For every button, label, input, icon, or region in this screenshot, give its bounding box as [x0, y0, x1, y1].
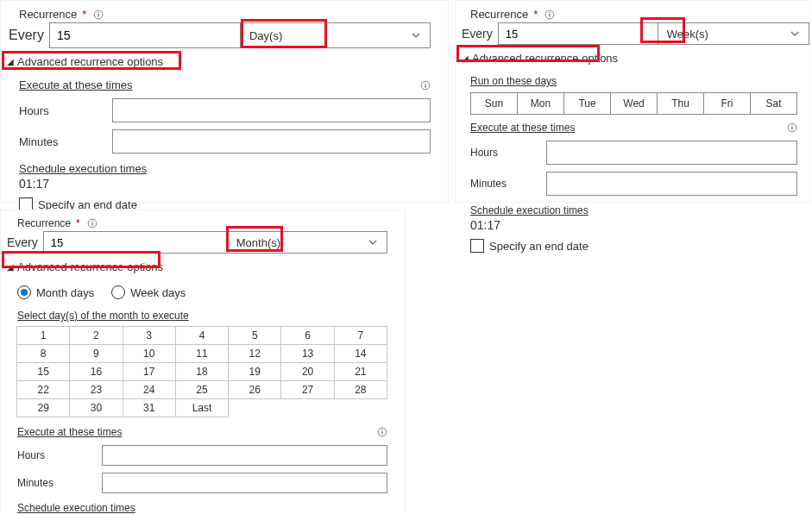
month-day-cell[interactable]: 24: [123, 380, 176, 399]
chevron-down-icon: [411, 30, 421, 41]
run-days-header: Run on these days: [470, 75, 797, 87]
interval-input[interactable]: [49, 22, 241, 48]
month-day-cell[interactable]: 30: [69, 398, 123, 417]
unit-select[interactable]: Day(s): [241, 22, 431, 48]
required-asterisk: *: [76, 217, 80, 229]
month-day-cell[interactable]: 15: [16, 362, 70, 381]
month-day-cell[interactable]: 29: [16, 398, 70, 417]
month-day-cell[interactable]: 7: [334, 326, 387, 345]
chevron-down-icon: [368, 237, 378, 248]
unit-value: Day(s): [249, 29, 282, 42]
month-day-cell[interactable]: 14: [334, 344, 387, 363]
svg-rect-4: [425, 84, 425, 87]
advanced-toggle[interactable]: ◢ Advanced recurrence options: [5, 53, 165, 70]
dow-sun[interactable]: Sun: [470, 92, 518, 115]
month-day-cell[interactable]: 25: [175, 380, 229, 399]
dow-tue[interactable]: Tue: [563, 92, 611, 115]
dow-fri[interactable]: Fri: [703, 92, 751, 115]
specify-end-label: Specify an end date: [489, 240, 589, 253]
dow-thu[interactable]: Thu: [657, 92, 704, 115]
month-day-cell[interactable]: 28: [334, 380, 387, 399]
unit-value: Month(s): [236, 236, 280, 249]
minutes-input[interactable]: [112, 129, 431, 154]
month-day-cell[interactable]: 1: [16, 326, 70, 345]
month-day-cell[interactable]: 12: [228, 344, 281, 363]
svg-rect-16: [381, 431, 382, 435]
minutes-label: Minutes: [470, 178, 539, 190]
interval-input[interactable]: [43, 231, 228, 254]
recurrence-label: Recurrence: [470, 8, 528, 21]
collapse-icon: ◢: [7, 262, 14, 272]
recurrence-label-row: Recurrence *: [17, 217, 387, 229]
month-day-cell[interactable]: 9: [69, 344, 123, 363]
svg-rect-11: [791, 125, 792, 126]
execute-times-header: Execute at these times: [19, 78, 431, 91]
month-day-cell[interactable]: 21: [334, 362, 387, 381]
month-day-cell[interactable]: 26: [228, 380, 281, 399]
month-day-cell[interactable]: 2: [69, 326, 123, 345]
radio-week-days[interactable]: Week days: [111, 285, 186, 299]
month-day-cell[interactable]: 31: [123, 398, 176, 417]
svg-rect-7: [550, 13, 551, 16]
execute-times-header: Execute at these times: [17, 426, 387, 438]
info-icon[interactable]: [544, 9, 555, 20]
month-day-cell[interactable]: 18: [175, 362, 229, 381]
info-icon[interactable]: [87, 218, 98, 229]
month-day-cell[interactable]: 8: [16, 344, 70, 363]
month-day-cell[interactable]: 23: [69, 380, 123, 399]
advanced-toggle[interactable]: ◢ Advanced recurrence options: [5, 259, 165, 275]
dow-wed[interactable]: Wed: [610, 92, 658, 115]
month-day-cell[interactable]: 4: [175, 326, 229, 345]
every-label: Every: [462, 27, 498, 41]
month-day-cell[interactable]: Last: [175, 398, 229, 417]
month-day-cell[interactable]: 13: [280, 344, 334, 363]
every-label: Every: [7, 235, 43, 249]
dow-sat[interactable]: Sat: [750, 92, 797, 115]
unit-value: Week(s): [667, 28, 708, 41]
hours-label: Hours: [470, 147, 539, 159]
month-day-cell[interactable]: 5: [228, 326, 281, 345]
day-of-week-row: Sun Mon Tue Wed Thu Fri Sat: [470, 92, 797, 115]
month-day-cell[interactable]: 3: [123, 326, 176, 345]
month-day-cell[interactable]: 27: [280, 380, 334, 399]
month-day-cell[interactable]: 19: [228, 362, 281, 381]
minutes-input[interactable]: [102, 473, 387, 493]
recurrence-label-row: Recurrence *: [19, 8, 431, 21]
specify-end-checkbox[interactable]: [470, 239, 484, 253]
info-icon[interactable]: [93, 9, 104, 20]
schedule-time: 01:17: [19, 177, 431, 191]
month-day-cell[interactable]: 20: [280, 362, 334, 381]
minutes-input[interactable]: [546, 172, 797, 196]
month-day-cell[interactable]: 10: [123, 344, 176, 363]
info-icon[interactable]: [420, 80, 431, 91]
advanced-toggle[interactable]: ◢ Advanced recurrence options: [460, 50, 620, 66]
advanced-toggle-label: Advanced recurrence options: [472, 52, 618, 65]
info-icon[interactable]: [787, 122, 797, 133]
month-day-cell[interactable]: 11: [175, 344, 229, 363]
hours-input[interactable]: [102, 445, 387, 466]
required-asterisk: *: [82, 8, 86, 21]
unit-select[interactable]: Week(s): [658, 22, 809, 45]
dow-mon[interactable]: Mon: [517, 92, 564, 115]
month-day-cell[interactable]: 17: [123, 362, 176, 381]
info-icon[interactable]: [377, 427, 387, 437]
month-day-cell[interactable]: 16: [69, 362, 123, 381]
radio-month-days[interactable]: Month days: [17, 285, 94, 299]
minutes-label: Minutes: [19, 135, 105, 148]
schedule-header: Schedule execution times: [470, 204, 797, 216]
advanced-toggle-label: Advanced recurrence options: [17, 260, 163, 273]
required-asterisk: *: [533, 8, 538, 21]
every-label: Every: [9, 28, 49, 43]
hours-input[interactable]: [546, 141, 797, 165]
interval-input[interactable]: [498, 22, 658, 45]
collapse-icon: ◢: [462, 53, 469, 63]
select-month-days-header: Select day(s) of the month to execute: [17, 310, 387, 322]
recurrence-panel-days: Recurrence * Every Day(s) ◢ Advanced rec…: [0, 0, 449, 203]
month-mode-radio-group: Month days Week days: [17, 285, 387, 299]
unit-select[interactable]: Month(s): [228, 231, 387, 254]
month-day-cell[interactable]: 6: [280, 326, 334, 345]
month-day-cell[interactable]: 22: [16, 380, 70, 399]
schedule-header: Schedule execution times: [19, 162, 431, 175]
hours-input[interactable]: [112, 98, 431, 122]
hours-label: Hours: [19, 104, 105, 117]
